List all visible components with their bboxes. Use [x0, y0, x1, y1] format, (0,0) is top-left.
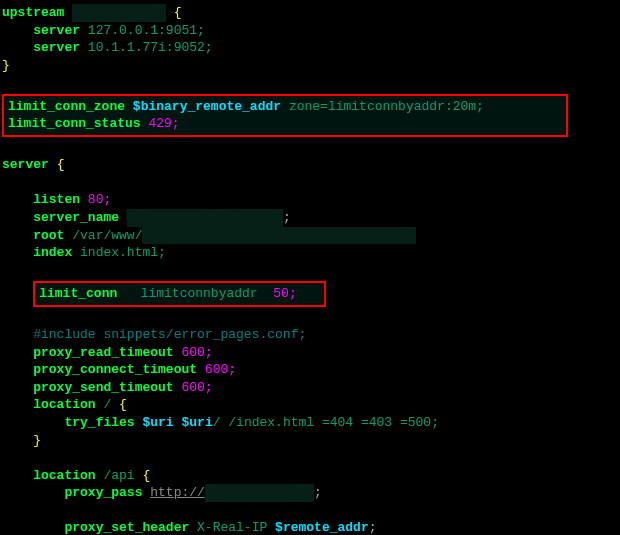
highlight-limit-conn-zone: limit_conn_zone $binary_remote_addr zone… — [2, 94, 568, 137]
loc2-path: /api — [103, 468, 134, 483]
kw-proxy-pass: proxy_pass — [64, 485, 142, 500]
kw-limit-conn: limit_conn — [39, 286, 117, 301]
lcz-opts: zone=limitconnbyaddr:20m; — [289, 99, 484, 114]
server-name-redacted: ████████████████████ — [127, 209, 283, 227]
root-redacted: ███████████████████████████████████ — [142, 227, 415, 245]
kw-server-block: server — [2, 157, 49, 172]
kw-proxy-read-timeout: proxy_read_timeout — [33, 345, 173, 360]
kw-server: server — [33, 40, 80, 55]
kw-server-name: server_name — [33, 210, 119, 225]
kw-proxy-set-header: proxy_set_header — [64, 520, 189, 535]
kw-limit-conn-zone: limit_conn_zone — [8, 99, 125, 114]
index-file: index.html; — [80, 245, 166, 260]
nginx-config-code: upstream ████████████ { server 127.0.0.1… — [0, 0, 620, 535]
tf-rest: / /index.html =404 =403 =500; — [213, 415, 439, 430]
server2-addr: 10.1.1.77i:9052; — [88, 40, 213, 55]
kw-server: server — [33, 23, 80, 38]
root-path: /var/www/ — [72, 228, 142, 243]
proxy-pass-host-redacted: ██████████████ — [205, 484, 314, 502]
prt-value: 600; — [181, 345, 212, 360]
comment-include: #include snippets/error_pages.conf; — [33, 327, 306, 342]
lc-zone: limitconnbyaddr — [141, 286, 258, 301]
kw-upstream: upstream — [2, 5, 64, 20]
proxy-pass-proto: http:// — [150, 485, 205, 500]
kw-try-files: try_files — [64, 415, 134, 430]
pct-value: 600; — [205, 362, 236, 377]
kw-proxy-connect-timeout: proxy_connect_timeout — [33, 362, 197, 377]
listen-port: 80; — [88, 192, 111, 207]
kw-location: location — [33, 468, 95, 483]
loc1-path: / — [103, 397, 111, 412]
tf-var1: $uri — [142, 415, 173, 430]
var-binary-remote-addr: $binary_remote_addr — [133, 99, 281, 114]
kw-proxy-send-timeout: proxy_send_timeout — [33, 380, 173, 395]
psh1-name: X-Real-IP — [197, 520, 267, 535]
kw-location: location — [33, 397, 95, 412]
kw-limit-conn-status: limit_conn_status — [8, 116, 141, 131]
kw-index: index — [33, 245, 72, 260]
kw-root: root — [33, 228, 64, 243]
highlight-limit-conn: limit_conn limitconnbyaddr 50; — [33, 281, 326, 307]
psh1-var: $remote_addr — [275, 520, 369, 535]
tf-var2: $uri — [181, 415, 212, 430]
server1-addr: 127.0.0.1:9051; — [88, 23, 205, 38]
upstream-name-redacted: ████████████ — [72, 4, 166, 22]
kw-listen: listen — [33, 192, 80, 207]
lcs-value: 429; — [148, 116, 179, 131]
pst-value: 600; — [181, 380, 212, 395]
lc-number: 50; — [273, 286, 296, 301]
